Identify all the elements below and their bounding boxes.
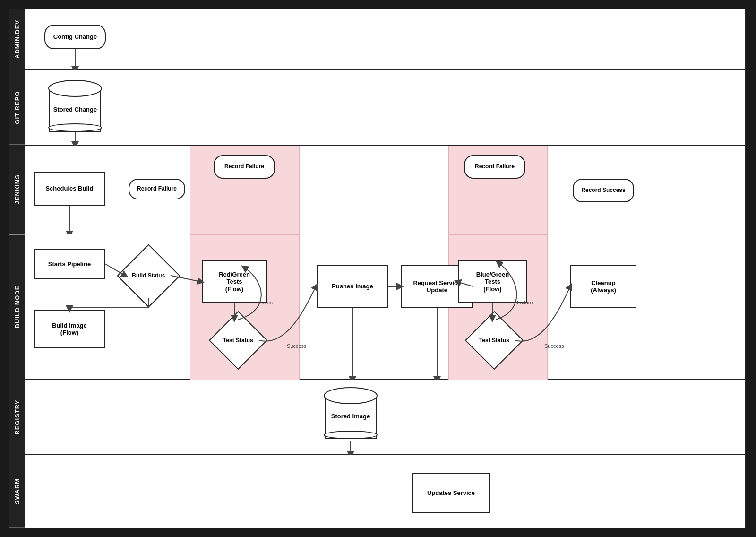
updates-service-shape: Updates Service xyxy=(412,473,490,513)
registry-arrow-svg xyxy=(25,380,745,454)
record-failure-3-shape: Record Failure xyxy=(464,155,525,179)
pushes-image-shape: Pushes Image xyxy=(317,265,388,308)
record-failure-1-shape: Record Failure xyxy=(129,179,185,199)
record-failure-2-shape: Record Failure xyxy=(214,155,275,179)
lane-buildnode-label: BUILD NODE xyxy=(9,234,25,379)
diagram-container: ADMIN/DEV Config Change GIT REPO xyxy=(9,9,746,528)
cleanup-shape: Cleanup (Always) xyxy=(570,265,636,308)
stored-image-cylinder: Stored Image xyxy=(325,387,377,439)
config-change-shape: Config Change xyxy=(44,25,106,49)
lane-swarm: SWARM Updates Service xyxy=(9,455,745,528)
lane-admin-label: ADMIN/DEV xyxy=(9,9,25,69)
lane-admin: ADMIN/DEV Config Change xyxy=(9,9,745,70)
stored-change-cylinder: Stored Change xyxy=(49,80,101,132)
lane-jenkins: JENKINS Schedules Build Record Failure R… xyxy=(9,146,745,234)
red-green-tests-shape: Red/Green Tests (Flow) xyxy=(202,260,267,303)
gitrepo-arrow-svg xyxy=(25,70,745,145)
lane-registry-label: REGISTRY xyxy=(9,380,25,454)
build-status-shape: Build Status xyxy=(117,244,180,307)
lane-jenkins-label: JENKINS xyxy=(9,146,25,234)
lane-gitrepo: GIT REPO Stored Change xyxy=(9,70,745,146)
admin-arrow-svg xyxy=(25,9,745,69)
starts-pipeline-shape: Starts Pipeline xyxy=(34,249,105,279)
blue-green-tests-shape: Blue/Green Tests (Flow) xyxy=(458,260,527,303)
lane-gitrepo-label: GIT REPO xyxy=(9,70,25,145)
lane-swarm-label: SWARM xyxy=(9,455,25,528)
build-image-shape: Build Image (Flow) xyxy=(34,310,105,348)
lane-buildnode: BUILD NODE Starts Pipeline Build Status … xyxy=(9,234,745,380)
record-success-shape: Record Success xyxy=(573,179,634,202)
schedules-build-shape: Schedules Build xyxy=(34,172,105,206)
lane-registry: REGISTRY Stored Image xyxy=(9,380,745,455)
